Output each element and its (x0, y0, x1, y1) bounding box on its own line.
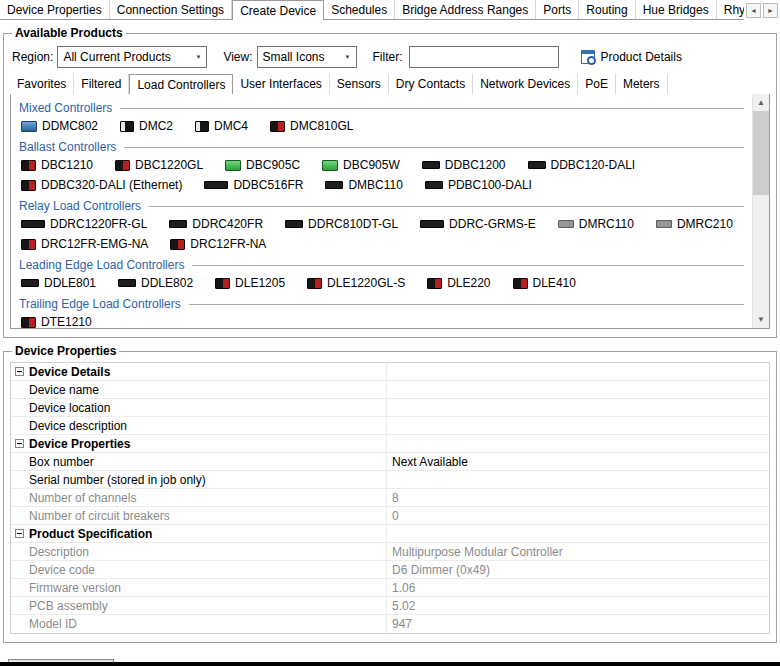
property-row-model-id[interactable]: Model ID947 (11, 615, 769, 633)
vertical-scrollbar[interactable]: ▲ ▼ (752, 94, 769, 328)
product-item-ddmc802[interactable]: DDMC802 (21, 119, 98, 133)
property-section-device-properties[interactable]: Device Properties (11, 435, 769, 453)
product-item-dle1220gl-s[interactable]: DLE1220GL-S (307, 276, 405, 290)
region-value: All Current Products (63, 50, 170, 64)
product-item-dle220[interactable]: DLE220 (427, 276, 490, 290)
product-item-ddle802[interactable]: DDLE802 (118, 276, 193, 290)
product-item-dmrc110[interactable]: DMRC110 (558, 217, 634, 231)
property-section-product-specification[interactable]: Product Specification (11, 525, 769, 543)
property-row-pcb-assembly[interactable]: PCB assembly5.02 (11, 597, 769, 615)
product-item-dbc905w[interactable]: DBC905W (322, 158, 400, 172)
collapse-toggle[interactable] (11, 435, 27, 452)
property-value[interactable] (387, 417, 769, 434)
scroll-up-button[interactable]: ▲ (753, 94, 769, 111)
product-label: DMRC210 (677, 217, 733, 231)
tab-ports[interactable]: Ports (536, 0, 579, 20)
scrollbar-thumb[interactable] (753, 111, 769, 195)
region-dropdown[interactable]: All Current Products ▼ (57, 46, 207, 68)
tab-schedules[interactable]: Schedules (324, 0, 395, 20)
property-value[interactable] (387, 399, 769, 416)
property-value[interactable]: Next Available (387, 453, 769, 470)
product-item-dte1210[interactable]: DTE1210 (21, 315, 92, 328)
property-value[interactable]: 0 (387, 507, 769, 524)
product-item-ddrc-grms-e[interactable]: DDRC-GRMS-E (420, 217, 536, 231)
product-item-dbc905c[interactable]: DBC905C (225, 158, 300, 172)
tab-connection-settings[interactable]: Connection Settings (110, 0, 232, 20)
tab-scroll-left-button[interactable]: ◄ (746, 3, 761, 18)
category-divider (192, 265, 744, 266)
product-item-drc12fr-emg-na[interactable]: DRC12FR-EMG-NA (21, 237, 148, 251)
product-item-ddbc516fr[interactable]: DDBC516FR (204, 178, 303, 192)
tab-bridge-address-ranges[interactable]: Bridge Address Ranges (395, 0, 536, 20)
property-row-firmware-version[interactable]: Firmware version1.06 (11, 579, 769, 597)
property-value[interactable]: Multipurpose Modular Controller (387, 543, 769, 560)
property-row-box-number[interactable]: Box numberNext Available (11, 453, 769, 471)
property-row-number-of-channels[interactable]: Number of channels8 (11, 489, 769, 507)
product-label: DDLE802 (141, 276, 193, 290)
property-value[interactable] (387, 381, 769, 398)
product-item-dbc1220gl[interactable]: DBC1220GL (115, 158, 203, 172)
property-label: Device code (27, 561, 387, 578)
product-details-button[interactable]: Product Details (577, 48, 686, 66)
product-item-dle1205[interactable]: DLE1205 (215, 276, 285, 290)
view-dropdown[interactable]: Small Icons ▼ (257, 46, 357, 68)
device-icon (325, 181, 343, 189)
property-row-description[interactable]: DescriptionMultipurpose Modular Controll… (11, 543, 769, 561)
product-item-ddbc320-dali-ethernet[interactable]: DDBC320-DALI (Ethernet) (21, 178, 182, 192)
product-item-ddrc420fr[interactable]: DDRC420FR (169, 217, 263, 231)
property-row-number-of-circuit-breakers[interactable]: Number of circuit breakers0 (11, 507, 769, 525)
property-value[interactable] (387, 471, 769, 488)
tab-routing[interactable]: Routing (579, 0, 635, 20)
subtab-load-controllers[interactable]: Load Controllers (129, 74, 233, 94)
product-item-dmrc210[interactable]: DMRC210 (656, 217, 733, 231)
property-row-device-location[interactable]: Device location (11, 399, 769, 417)
collapse-minus-icon (15, 439, 24, 448)
tab-create-device[interactable]: Create Device (232, 0, 324, 20)
property-row-device-code[interactable]: Device codeD6 Dimmer (0x49) (11, 561, 769, 579)
collapse-toggle[interactable] (11, 525, 27, 542)
subtab-filtered[interactable]: Filtered (74, 74, 129, 94)
product-item-ddbc1200[interactable]: DDBC1200 (422, 158, 506, 172)
property-label: Device name (27, 381, 387, 398)
subtab-sensors[interactable]: Sensors (330, 74, 389, 94)
subtab-meters[interactable]: Meters (616, 74, 668, 94)
collapse-toggle[interactable] (11, 363, 27, 380)
product-item-dbc1210[interactable]: DBC1210 (21, 158, 93, 172)
product-item-pdbc100-dali[interactable]: PDBC100-DALI (425, 178, 532, 192)
section-title: Device Details (27, 363, 387, 380)
property-value[interactable]: 8 (387, 489, 769, 506)
product-item-dle410[interactable]: DLE410 (513, 276, 576, 290)
property-row-serial-number-stored-in-job-only[interactable]: Serial number (stored in job only) (11, 471, 769, 489)
filter-input[interactable] (409, 46, 559, 68)
subtab-dry-contacts[interactable]: Dry Contacts (389, 74, 473, 94)
product-item-dmc2[interactable]: DMC2 (120, 119, 173, 133)
product-item-dmc4[interactable]: DMC4 (195, 119, 248, 133)
product-item-ddrc810dt-gl[interactable]: DDRC810DT-GL (285, 217, 398, 231)
subtab-favorites[interactable]: Favorites (10, 74, 74, 94)
product-item-dmbc110[interactable]: DMBC110 (325, 178, 402, 192)
subtab-poe[interactable]: PoE (578, 74, 616, 94)
product-item-dmc810gl[interactable]: DMC810GL (270, 119, 353, 133)
property-value[interactable]: D6 Dimmer (0x49) (387, 561, 769, 578)
product-item-drc12fr-na[interactable]: DRC12FR-NA (170, 237, 266, 251)
property-section-device-details[interactable]: Device Details (11, 363, 769, 381)
property-value[interactable]: 947 (387, 615, 769, 633)
product-item-ddle801[interactable]: DDLE801 (21, 276, 96, 290)
subtab-user-interfaces[interactable]: User Interfaces (233, 74, 329, 94)
tab-hue-bridges[interactable]: Hue Bridges (636, 0, 717, 20)
product-item-ddbc120-dali[interactable]: DDBC120-DALI (528, 158, 636, 172)
property-value[interactable]: 5.02 (387, 597, 769, 614)
tab-scroll-right-button[interactable]: ► (763, 3, 778, 18)
category-title: Trailing Edge Load Controllers (19, 297, 181, 311)
subtab-network-devices[interactable]: Network Devices (473, 74, 578, 94)
product-item-ddrc1220fr-gl[interactable]: DDRC1220FR-GL (21, 217, 147, 231)
scrollbar-track[interactable] (753, 111, 769, 311)
row-gutter (11, 597, 27, 614)
device-icon (169, 220, 187, 228)
tab-device-properties[interactable]: Device Properties (0, 0, 110, 20)
scroll-down-button[interactable]: ▼ (753, 311, 769, 328)
property-row-device-description[interactable]: Device description (11, 417, 769, 435)
property-value[interactable]: 1.06 (387, 579, 769, 596)
property-row-device-name[interactable]: Device name (11, 381, 769, 399)
category-title: Mixed Controllers (19, 101, 112, 115)
